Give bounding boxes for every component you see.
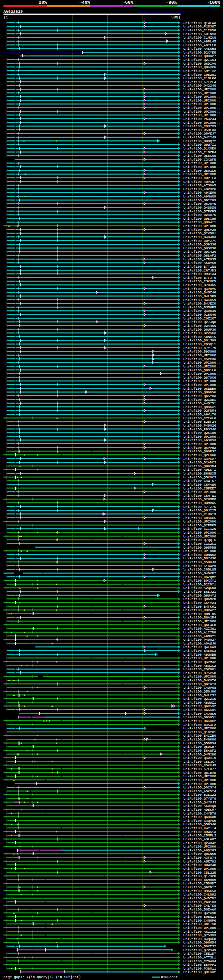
svg-text:UniRef100_A8Q1C2: UniRef100_A8Q1C2: [183, 664, 216, 668]
svg-text:UniRef100_B2BF24: UniRef100_B2BF24: [183, 420, 216, 424]
svg-text:UniRef100_C4YBT9: UniRef100_C4YBT9: [183, 812, 216, 816]
svg-text:UniRef100_C5FEE7: UniRef100_C5FEE7: [183, 487, 216, 490]
svg-text:UniRef100_C5E1D7: UniRef100_C5E1D7: [183, 952, 216, 956]
svg-text:UniRef100_Q65YU3: UniRef100_Q65YU3: [183, 394, 216, 398]
svg-text:~80%: ~80%: [166, 0, 176, 5]
svg-text:UniRef100_C6ZQM2: UniRef100_C6ZQM2: [183, 575, 216, 579]
svg-text:UniRef100_P93340: UniRef100_P93340: [183, 428, 216, 431]
svg-text:UniRef100_Q2V991: UniRef100_Q2V991: [183, 232, 216, 235]
svg-text:~40%: ~40%: [79, 0, 90, 5]
svg-text:UniRef100_UPI000..: UniRef100_UPI000..: [183, 435, 220, 439]
svg-text:UniRef100_Q6DIV0: UniRef100_Q6DIV0: [183, 62, 216, 66]
svg-text:UniRef100_B7G365: UniRef100_B7G365: [183, 283, 216, 287]
svg-text:UniRef100_UPI000..: UniRef100_UPI000..: [183, 353, 220, 357]
svg-text:UniRef100_B6K8C2: UniRef100_B6K8C2: [183, 719, 216, 723]
svg-text:UniRef100_Q4YX90: UniRef100_Q4YX90: [183, 911, 216, 915]
svg-text:UniRef100_Q06G56: UniRef100_Q06G56: [183, 390, 216, 394]
svg-text:UniRef100_B3L122: UniRef100_B3L122: [183, 793, 216, 797]
svg-text:UniRef100_B8MBK5: UniRef100_B8MBK5: [183, 501, 216, 505]
svg-text:UniRef100_Q9C426: UniRef100_Q9C426: [183, 250, 216, 254]
svg-text:UniRef100_A1CW29: UniRef100_A1CW29: [183, 564, 216, 568]
svg-text:UniRef100_B6HQX5: UniRef100_B6HQX5: [183, 472, 216, 476]
svg-text:UniRef100_A4QY51: UniRef100_A4QY51: [183, 401, 216, 405]
svg-text:UniRef100_B5VPP1: UniRef100_B5VPP1: [183, 963, 216, 967]
svg-text:UniRef100_UPI000..: UniRef100_UPI000..: [183, 845, 220, 849]
svg-text:UniRef100_C1H819: UniRef100_C1H819: [183, 512, 216, 516]
svg-text:UniRef100_O65951: UniRef100_O65951: [183, 716, 216, 719]
svg-text:UniRef100_C0S6G5: UniRef100_C0S6G5: [183, 516, 216, 520]
svg-text:UniRef100_Q4DTN2: UniRef100_Q4DTN2: [183, 897, 216, 900]
svg-text:UniRef100_C4M6P6: UniRef100_C4M6P6: [183, 919, 216, 923]
svg-text:UniRef100_Q59S46: UniRef100_Q59S46: [183, 822, 216, 826]
svg-text:UniRef100_B0XXY1: UniRef100_B0XXY1: [183, 579, 216, 583]
svg-text:UniRef100_B4JEI0: UniRef100_B4JEI0: [183, 302, 216, 305]
svg-text:UniRef100_A9Q0B5: UniRef100_A9Q0B5: [183, 653, 216, 657]
svg-text:UniRef100_O42249: UniRef100_O42249: [183, 135, 216, 139]
svg-text:UniRef100_UPI000..: UniRef100_UPI000..: [183, 91, 220, 95]
svg-text:UniRef100_B4DVD2: UniRef100_B4DVD2: [183, 571, 216, 575]
svg-text:UniRef100_C1E856: UniRef100_C1E856: [183, 29, 216, 32]
svg-text:UniRef100_Q2F5M4: UniRef100_Q2F5M4: [183, 409, 216, 413]
svg-text:UniRef100_Q09KA1: UniRef100_Q09KA1: [183, 405, 216, 409]
svg-text:UniRef100_B6SJ21: UniRef100_B6SJ21: [183, 590, 216, 594]
svg-text:UniRef100_O24456: UniRef100_O24456: [183, 324, 216, 328]
svg-text:UniRef100_O29MB0: UniRef100_O29MB0: [183, 498, 216, 501]
svg-text:UniRef100_B3RW27: UniRef100_B3RW27: [183, 608, 216, 612]
svg-text:UniRef100_A7S9A5: UniRef100_A7S9A5: [183, 183, 216, 188]
svg-text:UniRef100_B0Y4S0: UniRef100_B0Y4S0: [183, 557, 216, 560]
svg-text:UniRef100_O40403: UniRef100_O40403: [183, 235, 216, 239]
svg-text:UniRef100_B7T1N8: UniRef100_B7T1N8: [183, 265, 216, 269]
svg-text:UniRef100_Q95PD5: UniRef100_Q95PD5: [183, 546, 216, 550]
svg-text:UniRef100_UPI000..: UniRef100_UPI000..: [183, 549, 220, 553]
svg-text:UniRef100_B4KG59: UniRef100_B4KG59: [183, 298, 216, 302]
svg-text:UniRef100_B4K3F2: UniRef100_B4K3F2: [183, 723, 216, 727]
svg-text:UniRef100_Q21215: UniRef100_Q21215: [183, 697, 216, 701]
svg-text:UniRef100_B2XYE5: UniRef100_B2XYE5: [183, 51, 216, 54]
svg-text:UniRef100_B8NT05: UniRef100_B8NT05: [183, 612, 216, 616]
svg-text:509|: 509|: [171, 15, 180, 19]
svg-text:UniRef100_Q864I1: UniRef100_Q864I1: [183, 220, 216, 224]
svg-text:UniRef100_A6SBS3: UniRef100_A6SBS3: [183, 438, 216, 442]
svg-text:UniRef100_UPI000..: UniRef100_UPI000..: [183, 102, 220, 106]
svg-text:UniRef100_Q2FBK6: UniRef100_Q2FBK6: [183, 453, 216, 457]
svg-text:UniRef100_UPI000..: UniRef100_UPI000..: [183, 782, 220, 786]
svg-text:UniRef100_UPI000..: UniRef100_UPI000..: [183, 113, 220, 117]
svg-text:UniRef100_Q2GUD1: UniRef100_Q2GUD1: [183, 398, 216, 402]
svg-text:UniRef100_UPI000..: UniRef100_UPI000..: [183, 778, 220, 782]
svg-text:UniRef100_Q6CNI7: UniRef100_Q6CNI7: [183, 885, 216, 889]
svg-text:UniRef100_Q801L8: UniRef100_Q801L8: [183, 369, 216, 372]
svg-text:UniRef100_Q7QQT5: UniRef100_Q7QQT5: [183, 538, 216, 542]
svg-text:UniRef100_Q801L9: UniRef100_Q801L9: [183, 169, 216, 173]
svg-text:UniRef100_C6TJD3: UniRef100_C6TJD3: [183, 269, 216, 272]
svg-text:UniRef100_Q01369: UniRef100_Q01369: [183, 339, 216, 342]
svg-text:UniRef100_B7FJT0: UniRef100_B7FJT0: [183, 276, 216, 280]
svg-text:UniRef100_UPI000..: UniRef100_UPI000..: [183, 110, 220, 114]
svg-text:UniRef100_UPI000..: UniRef100_UPI000..: [183, 619, 220, 623]
svg-text:UniRef100_B9SU88: UniRef100_B9SU88: [183, 350, 216, 353]
svg-text:UniRef100_A9V1T8: UniRef100_A9V1T8: [183, 413, 216, 417]
svg-text:AlignView.pm Beta rel.7: AlignView.pm Beta rel.7: [138, 10, 184, 14]
svg-text:UniRef100_UPI000..: UniRef100_UPI000..: [183, 365, 220, 369]
svg-text:UniRef100_UPI000..: UniRef100_UPI000..: [183, 926, 220, 930]
svg-text:UniRef100_UPI000..: UniRef100_UPI000..: [183, 165, 220, 169]
svg-text:UniRef100_UPI000..: UniRef100_UPI000..: [183, 95, 220, 99]
svg-text:UniRef100_Q6L4F8: UniRef100_Q6L4F8: [183, 623, 216, 627]
svg-text:UniRef100_Q8AVP6: UniRef100_Q8AVP6: [183, 65, 216, 69]
svg-text:UniRef100_Q6PPH2: UniRef100_Q6PPH2: [183, 446, 216, 450]
svg-text:UniRef100_Q6BKH8: UniRef100_Q6BKH8: [183, 815, 216, 819]
svg-text:UniRef100_Q7YST8: UniRef100_Q7YST8: [183, 797, 216, 800]
svg-text:UniRef100_A9P926: UniRef100_A9P926: [183, 188, 216, 191]
svg-text:UniRef100_C1I1Z6: UniRef100_C1I1Z6: [183, 527, 216, 531]
svg-text:=100char.: =100char.: [161, 975, 180, 979]
svg-text:UniRef100_C5DGD7: UniRef100_C5DGD7: [183, 881, 216, 885]
svg-text:UniRef100_B0EAW0: UniRef100_B0EAW0: [183, 908, 216, 912]
svg-text:20%: 20%: [39, 0, 47, 5]
svg-text:UniRef100_Q0CSY4: UniRef100_Q0CSY4: [183, 786, 216, 789]
svg-text:UniRef100_UPI000..: UniRef100_UPI000..: [183, 99, 220, 103]
svg-text:UniRef100_UPI000..: UniRef100_UPI000..: [183, 490, 220, 494]
svg-text:UniRef100_Q4SDS8: UniRef100_Q4SDS8: [183, 206, 216, 210]
svg-text:UniRef100_Q2I164: UniRef100_Q2I164: [183, 58, 216, 62]
svg-text:UniRef100_C8YZ71: UniRef100_C8YZ71: [183, 239, 216, 243]
svg-text:UniRef100_A6ZIC2: UniRef100_A6ZIC2: [183, 930, 216, 934]
svg-text:UniRef100_B3N6P5: UniRef100_B3N6P5: [183, 305, 216, 309]
